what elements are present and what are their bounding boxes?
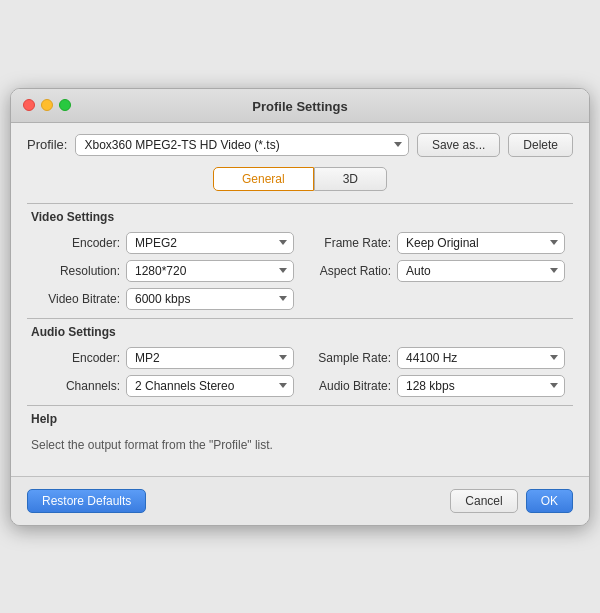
content-area: Profile: Xbox360 MPEG2-TS HD Video (*.ts… bbox=[11, 123, 589, 476]
maximize-button[interactable] bbox=[59, 99, 71, 111]
video-encoder-label: Encoder: bbox=[35, 236, 120, 250]
video-encoder-row: Encoder: MPEG2 H.264 H.265 bbox=[35, 232, 294, 254]
close-button[interactable] bbox=[23, 99, 35, 111]
profile-select[interactable]: Xbox360 MPEG2-TS HD Video (*.ts) bbox=[75, 134, 408, 156]
save-as-button[interactable]: Save as... bbox=[417, 133, 500, 157]
audio-form-grid: Encoder: MP2 AAC MP3 Sample Rate: 44100 … bbox=[27, 347, 573, 397]
footer-right: Cancel OK bbox=[450, 489, 573, 513]
aspect-ratio-label: Aspect Ratio: bbox=[306, 264, 391, 278]
help-divider bbox=[27, 405, 573, 406]
minimize-button[interactable] bbox=[41, 99, 53, 111]
profile-row: Profile: Xbox360 MPEG2-TS HD Video (*.ts… bbox=[27, 133, 573, 157]
profile-settings-window: Profile Settings Profile: Xbox360 MPEG2-… bbox=[10, 88, 590, 526]
audio-encoder-label: Encoder: bbox=[35, 351, 120, 365]
frame-rate-label: Frame Rate: bbox=[306, 236, 391, 250]
tabs-row: General 3D bbox=[27, 167, 573, 191]
sample-rate-label: Sample Rate: bbox=[306, 351, 391, 365]
video-bitrate-select[interactable]: 6000 kbps 4000 kbps 8000 kbps bbox=[126, 288, 294, 310]
title-bar: Profile Settings bbox=[11, 89, 589, 123]
restore-defaults-button[interactable]: Restore Defaults bbox=[27, 489, 146, 513]
help-title: Help bbox=[27, 412, 573, 426]
audio-bitrate-row: Audio Bitrate: 128 kbps 64 kbps 192 kbps… bbox=[306, 375, 565, 397]
tab-general[interactable]: General bbox=[213, 167, 314, 191]
resolution-row: Resolution: 1280*720 1920*1080 720*480 bbox=[35, 260, 294, 282]
audio-bitrate-label: Audio Bitrate: bbox=[306, 379, 391, 393]
audio-encoder-select[interactable]: MP2 AAC MP3 bbox=[126, 347, 294, 369]
audio-encoder-row: Encoder: MP2 AAC MP3 bbox=[35, 347, 294, 369]
video-encoder-select[interactable]: MPEG2 H.264 H.265 bbox=[126, 232, 294, 254]
footer: Restore Defaults Cancel OK bbox=[11, 476, 589, 525]
video-bitrate-label: Video Bitrate: bbox=[35, 292, 120, 306]
frame-rate-row: Frame Rate: Keep Original 23.976 25 30 bbox=[306, 232, 565, 254]
video-settings-section: Video Settings Encoder: MPEG2 H.264 H.26… bbox=[27, 203, 573, 310]
channels-row: Channels: 2 Channels Stereo 1 Channel Mo… bbox=[35, 375, 294, 397]
profile-select-wrap: Xbox360 MPEG2-TS HD Video (*.ts) bbox=[75, 134, 408, 156]
traffic-lights bbox=[23, 99, 71, 111]
video-divider bbox=[27, 203, 573, 204]
help-text: Select the output format from the "Profi… bbox=[27, 434, 573, 452]
audio-settings-title: Audio Settings bbox=[27, 325, 573, 339]
profile-label: Profile: bbox=[27, 137, 67, 152]
audio-bitrate-select[interactable]: 128 kbps 64 kbps 192 kbps 256 kbps bbox=[397, 375, 565, 397]
audio-divider bbox=[27, 318, 573, 319]
video-bitrate-row: Video Bitrate: 6000 kbps 4000 kbps 8000 … bbox=[35, 288, 294, 310]
sample-rate-row: Sample Rate: 44100 Hz 22050 Hz 48000 Hz bbox=[306, 347, 565, 369]
sample-rate-select[interactable]: 44100 Hz 22050 Hz 48000 Hz bbox=[397, 347, 565, 369]
channels-label: Channels: bbox=[35, 379, 120, 393]
delete-button[interactable]: Delete bbox=[508, 133, 573, 157]
resolution-label: Resolution: bbox=[35, 264, 120, 278]
aspect-ratio-row: Aspect Ratio: Auto 16:9 4:3 bbox=[306, 260, 565, 282]
video-form-grid: Encoder: MPEG2 H.264 H.265 Frame Rate: K… bbox=[27, 232, 573, 310]
frame-rate-select[interactable]: Keep Original 23.976 25 30 bbox=[397, 232, 565, 254]
channels-select[interactable]: 2 Channels Stereo 1 Channel Mono 6 Chann… bbox=[126, 375, 294, 397]
aspect-ratio-select[interactable]: Auto 16:9 4:3 bbox=[397, 260, 565, 282]
resolution-select[interactable]: 1280*720 1920*1080 720*480 bbox=[126, 260, 294, 282]
tab-3d[interactable]: 3D bbox=[314, 167, 387, 191]
cancel-button[interactable]: Cancel bbox=[450, 489, 517, 513]
audio-settings-section: Audio Settings Encoder: MP2 AAC MP3 Samp… bbox=[27, 318, 573, 397]
ok-button[interactable]: OK bbox=[526, 489, 573, 513]
help-section: Help Select the output format from the "… bbox=[27, 405, 573, 452]
video-settings-title: Video Settings bbox=[27, 210, 573, 224]
window-title: Profile Settings bbox=[252, 99, 347, 114]
